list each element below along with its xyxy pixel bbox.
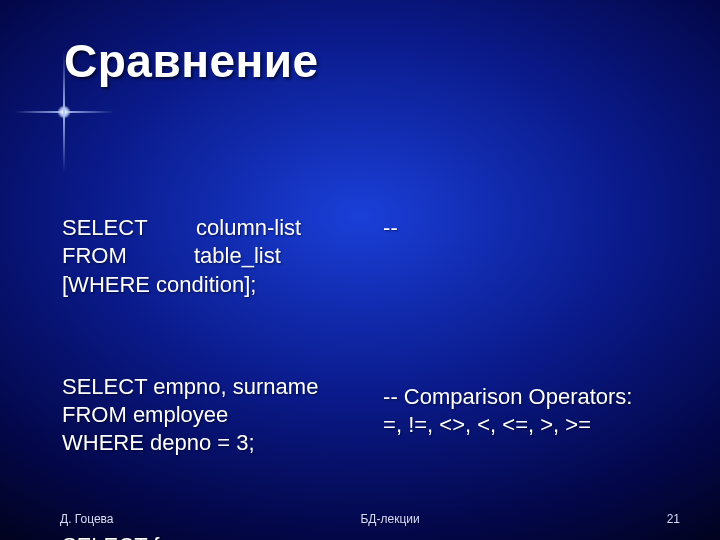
spacer	[383, 299, 680, 327]
sql-example-2: SELECT forenames, surname FROM employee …	[62, 532, 355, 540]
left-column: SELECT column-list FROM table_list [WHER…	[62, 158, 355, 540]
right-column: -- -- Comparison Operators: =, !=, <>, <…	[383, 158, 680, 540]
footer-course: БД-лекции	[114, 512, 667, 526]
slide-title: Сравнение	[64, 34, 319, 88]
sql-syntax-block: SELECT column-list FROM table_list [WHER…	[62, 214, 355, 298]
slide-body: SELECT column-list FROM table_list [WHER…	[62, 158, 680, 540]
footer-author: Д. Гоцева	[60, 512, 114, 526]
slide-footer: Д. Гоцева БД-лекции 21	[0, 512, 720, 526]
footer-page-number: 21	[667, 512, 680, 526]
lens-flare-decoration	[34, 82, 94, 142]
sql-example-1: SELECT empno, surname FROM employee WHER…	[62, 373, 355, 457]
comment-dashes: --	[383, 214, 680, 242]
comparison-operators-note: -- Comparison Operators: =, !=, <>, <, <…	[383, 383, 680, 439]
